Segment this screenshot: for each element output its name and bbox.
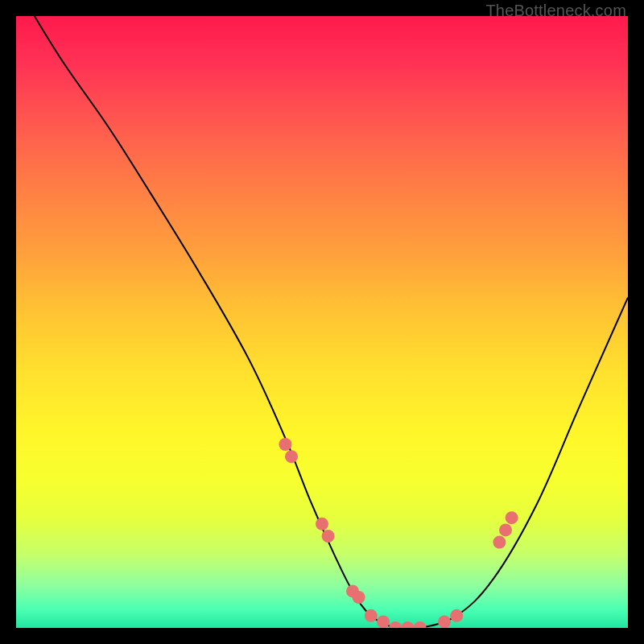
data-point bbox=[401, 621, 414, 628]
data-point bbox=[493, 536, 506, 549]
plot-area bbox=[16, 16, 628, 628]
marker-group bbox=[279, 438, 518, 628]
data-point bbox=[499, 523, 512, 536]
data-point bbox=[285, 450, 298, 463]
data-point bbox=[316, 518, 328, 530]
data-point bbox=[353, 591, 365, 604]
chart-container: TheBottleneck.com bbox=[0, 0, 644, 644]
data-point bbox=[414, 621, 427, 628]
data-point bbox=[450, 609, 463, 622]
data-point bbox=[365, 609, 378, 622]
data-point bbox=[389, 621, 402, 628]
data-point bbox=[279, 438, 291, 451]
data-point bbox=[438, 615, 451, 628]
data-point bbox=[322, 530, 335, 543]
data-point bbox=[377, 615, 390, 628]
data-point bbox=[506, 511, 518, 524]
curve-svg bbox=[16, 16, 628, 628]
